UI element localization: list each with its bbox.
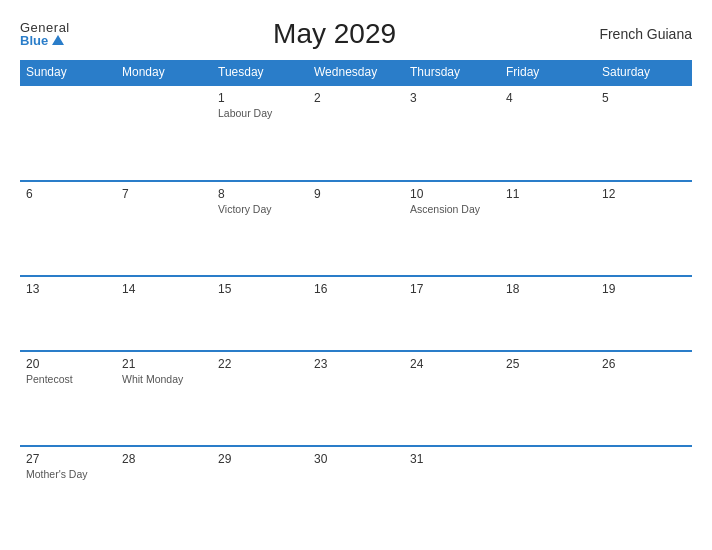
cell-w3-d1: 14 [116,276,212,351]
holiday-name: Victory Day [218,203,302,215]
cell-w4-d0: 20Pentecost [20,351,116,447]
cell-w2-d4: 10Ascension Day [404,181,500,277]
cell-w2-d5: 11 [500,181,596,277]
cell-w1-d2: 1Labour Day [212,85,308,181]
calendar-table: Sunday Monday Tuesday Wednesday Thursday… [20,60,692,540]
cell-w2-d6: 12 [596,181,692,277]
cell-w4-d2: 22 [212,351,308,447]
day-number: 15 [218,282,302,296]
cell-w5-d6 [596,446,692,540]
header-friday: Friday [500,60,596,85]
day-number: 25 [506,357,590,371]
cell-w5-d5 [500,446,596,540]
calendar-header: General Blue May 2029 French Guiana [20,18,692,50]
day-number: 17 [410,282,494,296]
day-number: 11 [506,187,590,201]
holiday-name: Ascension Day [410,203,494,215]
day-number: 8 [218,187,302,201]
holiday-name: Whit Monday [122,373,206,385]
day-number: 22 [218,357,302,371]
day-number: 2 [314,91,398,105]
header-sunday: Sunday [20,60,116,85]
cell-w2-d3: 9 [308,181,404,277]
cell-w2-d1: 7 [116,181,212,277]
day-number: 26 [602,357,686,371]
logo-triangle-icon [52,35,64,45]
day-number: 3 [410,91,494,105]
day-number: 9 [314,187,398,201]
day-number: 18 [506,282,590,296]
generalblue-logo: General Blue [20,21,70,47]
cell-w4-d3: 23 [308,351,404,447]
calendar-title: May 2029 [273,18,396,50]
cell-w2-d0: 6 [20,181,116,277]
day-number: 4 [506,91,590,105]
header-saturday: Saturday [596,60,692,85]
day-number: 27 [26,452,110,466]
day-number: 23 [314,357,398,371]
cell-w5-d3: 30 [308,446,404,540]
day-number: 7 [122,187,206,201]
cell-w5-d4: 31 [404,446,500,540]
holiday-name: Labour Day [218,107,302,119]
day-number: 12 [602,187,686,201]
header-monday: Monday [116,60,212,85]
day-number: 14 [122,282,206,296]
day-number: 10 [410,187,494,201]
header-wednesday: Wednesday [308,60,404,85]
week-row-1: 1Labour Day2345 [20,85,692,181]
cell-w1-d5: 4 [500,85,596,181]
day-number: 20 [26,357,110,371]
cell-w3-d2: 15 [212,276,308,351]
day-number: 30 [314,452,398,466]
cell-w5-d1: 28 [116,446,212,540]
cell-w1-d0 [20,85,116,181]
week-row-4: 20Pentecost21Whit Monday2223242526 [20,351,692,447]
day-number: 24 [410,357,494,371]
holiday-name: Mother's Day [26,468,110,480]
logo-blue-text: Blue [20,34,64,47]
day-number: 13 [26,282,110,296]
cell-w5-d2: 29 [212,446,308,540]
cell-w4-d6: 26 [596,351,692,447]
cell-w4-d1: 21Whit Monday [116,351,212,447]
cell-w3-d5: 18 [500,276,596,351]
region-label: French Guiana [599,26,692,42]
day-number: 28 [122,452,206,466]
day-number: 1 [218,91,302,105]
day-number: 5 [602,91,686,105]
header-tuesday: Tuesday [212,60,308,85]
holiday-name: Pentecost [26,373,110,385]
weekday-header-row: Sunday Monday Tuesday Wednesday Thursday… [20,60,692,85]
day-number: 21 [122,357,206,371]
cell-w1-d6: 5 [596,85,692,181]
cell-w1-d1 [116,85,212,181]
cell-w5-d0: 27Mother's Day [20,446,116,540]
day-number: 29 [218,452,302,466]
cell-w3-d0: 13 [20,276,116,351]
cell-w3-d4: 17 [404,276,500,351]
cell-w4-d5: 25 [500,351,596,447]
week-row-3: 13141516171819 [20,276,692,351]
day-number: 19 [602,282,686,296]
day-number: 31 [410,452,494,466]
day-number: 6 [26,187,110,201]
header-thursday: Thursday [404,60,500,85]
cell-w3-d6: 19 [596,276,692,351]
cell-w1-d4: 3 [404,85,500,181]
day-number: 16 [314,282,398,296]
cell-w3-d3: 16 [308,276,404,351]
cell-w2-d2: 8Victory Day [212,181,308,277]
week-row-2: 678Victory Day910Ascension Day1112 [20,181,692,277]
week-row-5: 27Mother's Day28293031 [20,446,692,540]
cell-w1-d3: 2 [308,85,404,181]
cell-w4-d4: 24 [404,351,500,447]
